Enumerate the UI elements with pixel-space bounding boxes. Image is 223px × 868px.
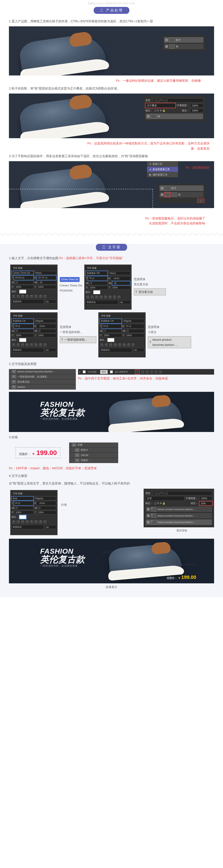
blend-mode-select[interactable]: 正片叠底 <box>145 103 176 108</box>
section3-title: 三 文字层 <box>96 244 127 251</box>
ps-note: Ps：选区随意就好 <box>186 166 210 170</box>
char-panel-1: 字符 段落 Crimes Times SixHeavy T153.83 点A15… <box>10 265 58 310</box>
menu-magnetic-lasso[interactable]: ◐磁性套索工具 <box>147 172 178 178</box>
font-style[interactable]: Regular <box>34 497 56 500</box>
panel-tabs[interactable]: 字符 段落 <box>11 491 56 496</box>
color-swatch[interactable] <box>19 289 26 293</box>
font4-desc: 思源黑体 小英文 T leisure product launches,fash… <box>148 324 191 349</box>
layer-row[interactable]: 鞋子 <box>164 37 204 43</box>
align-icon[interactable] <box>158 370 162 374</box>
align-icon[interactable] <box>154 370 158 374</box>
lang[interactable]: 美国英语 <box>11 299 44 304</box>
align-icon[interactable] <box>141 370 145 374</box>
layer-name: 鞋 <box>158 115 160 118</box>
panel-tabs[interactable]: 字符 段落 <box>86 266 130 270</box>
font-family[interactable]: Crimes Times Six <box>11 271 33 275</box>
layer-row[interactable]: Tleisure product launches,fashion ... <box>9 369 76 374</box>
font-family[interactable]: 思源黑体 CN <box>86 271 108 276</box>
color-swatch[interactable] <box>107 338 114 342</box>
align-icon[interactable] <box>145 370 149 374</box>
font-size[interactable]: 14 点 <box>102 324 121 329</box>
s2-step2: 2.鞋子的投影：将"鞋"图层的混合模式设置为正片叠底，此模式为阴影白色区域。 <box>9 86 214 91</box>
lock-label: 锁定： <box>145 109 153 112</box>
char-panel-arial: 字符 段落 ArialRegular T10 点A（自动） VA0VA0 IT1… <box>10 490 58 535</box>
layer-row[interactable]: 鞋子 <box>159 185 204 191</box>
layer-name: 鞋 <box>176 45 178 48</box>
font-size[interactable]: 10 点 <box>14 501 33 505</box>
font-family[interactable]: Arial <box>11 497 33 500</box>
deco-layers-panel: 类型 ▢ ▢ T ▢ ▢ 正常 不透明度： 100% 锁定： ▢ ✎ ✛ 🔒 填… <box>144 489 214 527</box>
fill-value[interactable]: 100% <box>190 108 203 113</box>
wave-separator <box>0 232 223 239</box>
font-style[interactable]: Heavy <box>34 271 56 275</box>
layer-row[interactable]: T一双舒适的布鞋，生活惬意... <box>9 374 76 379</box>
fill-value[interactable]: 20% <box>199 501 212 505</box>
font-size[interactable]: 18 点 <box>14 324 33 329</box>
layer-row[interactable]: Tfashion <box>9 384 76 390</box>
align-icon[interactable] <box>150 370 154 374</box>
auto-select-check[interactable] <box>83 370 86 373</box>
price-layers-panel: ▸价格 □矩形 8 T199.00 T优惠价： <box>69 442 118 463</box>
font-family[interactable]: 思源黑体 CN <box>100 319 121 323</box>
visibility-icon[interactable] <box>147 115 150 118</box>
layer-name: 鞋子 <box>172 187 176 190</box>
panel-tabs[interactable]: 字符 段落 <box>11 266 56 270</box>
font-size[interactable]: 75 点 <box>88 276 108 281</box>
ps-note: Ps：这是我用得比较多的一种做投影的方式，因为产品本身已经有投影，这种方式会更快… <box>87 142 210 150</box>
color-swatch[interactable] <box>93 290 100 294</box>
layer-thumb <box>169 38 175 42</box>
color-swatch[interactable] <box>19 515 26 519</box>
lang[interactable]: 美国英语 <box>11 525 44 529</box>
font-style[interactable]: Regular <box>34 319 56 323</box>
layer-name: 鞋子 <box>176 38 181 42</box>
lang[interactable]: 美国英语 <box>11 348 44 352</box>
show-transform-check[interactable] <box>110 370 113 373</box>
lang[interactable]: 美国英语 <box>100 348 132 352</box>
result-banner-final: FASHION 英伦复古款 一双舒适的布鞋，生活惬意满满 leisure pro… <box>9 539 214 583</box>
menu-poly-lasso[interactable]: ⊿多边形套索工具 <box>147 167 178 172</box>
visibility-icon[interactable] <box>165 45 168 48</box>
layer-thumb <box>151 114 156 119</box>
panel-tabs[interactable]: 字符 段落 <box>11 314 56 318</box>
font-size[interactable]: 153.83 点 <box>14 276 33 280</box>
final-caption: 效果展示 <box>9 585 214 589</box>
layer-row[interactable]: 鞋 <box>145 113 203 119</box>
align-left-icon[interactable] <box>135 370 139 374</box>
layer-row[interactable]: T199.00 <box>69 453 118 458</box>
layer-row[interactable]: T优惠价： <box>69 458 118 463</box>
visibility-icon[interactable] <box>165 39 168 41</box>
blend-panel: 类型 ▢ ▢ T ▢ ▢ 正片叠底 不透明度： 100% 锁定： ▢ ✎ ✛ 🔒… <box>144 96 205 121</box>
blend-mode[interactable]: 正常 <box>145 496 184 501</box>
font-style[interactable]: Heavy <box>108 271 130 275</box>
layer-row[interactable]: T英伦复古款 <box>9 379 76 384</box>
menu-lasso[interactable]: ⊙套索工具 <box>147 161 178 167</box>
s3-step3: 3.价格 <box>9 435 214 440</box>
panel-tabs[interactable]: 字符 段落 <box>100 314 144 318</box>
watermark: 思缘设计论坛 WWW.MISSYUAN.COM <box>0 0 223 6</box>
opacity-value[interactable]: 100% <box>190 103 203 107</box>
price-box: 优惠价： ￥ 199.00 <box>15 447 61 458</box>
font2-desc: 思源黑体 英伦复古款 T 英伦复古款 <box>134 277 166 296</box>
mask-button-icon[interactable]: ◻ <box>197 199 204 202</box>
lang[interactable]: 美国英语 <box>86 300 118 305</box>
layer-row[interactable]: 鞋 <box>159 191 204 198</box>
visibility-icon[interactable] <box>161 193 163 196</box>
char-panel-3: 字符 段落 思源黑体 CNRegular T18 点A（自动） VA0VA0 I… <box>10 312 58 358</box>
visibility-icon[interactable] <box>161 187 163 190</box>
s3-step2: 2.文字排版及效果图 <box>9 362 214 366</box>
folder-row[interactable]: ▸价格 <box>69 442 118 447</box>
layer-row[interactable]: 鞋 <box>164 43 204 50</box>
autoselect-target[interactable]: 图层 <box>100 370 108 374</box>
fill-label: 填充： <box>182 109 189 112</box>
layer-row[interactable]: □矩形 8 <box>69 447 118 453</box>
result-banner-1: FASHION 英伦复古款 一双舒适的布鞋，生活惬意满满 <box>9 392 214 432</box>
leading[interactable]: 157.47 点 <box>37 276 56 280</box>
font-family[interactable]: 思源黑体 CN <box>11 319 33 323</box>
section2-title: 二 产品处理 <box>94 7 129 14</box>
color-swatch[interactable] <box>19 338 26 342</box>
font-style[interactable]: Regular <box>122 319 144 323</box>
align-options-bar: ▸ 自动选择： 图层 显示变换控件 <box>78 369 214 375</box>
text-thumb-icon: T <box>135 289 137 294</box>
kind-select[interactable]: ▢ ▢ T ▢ ▢ <box>153 98 203 102</box>
ps-note: Ps：一像这种比较硬的边缘，建议大家尽量用钢笔抠，别偷懒 <box>116 79 201 82</box>
